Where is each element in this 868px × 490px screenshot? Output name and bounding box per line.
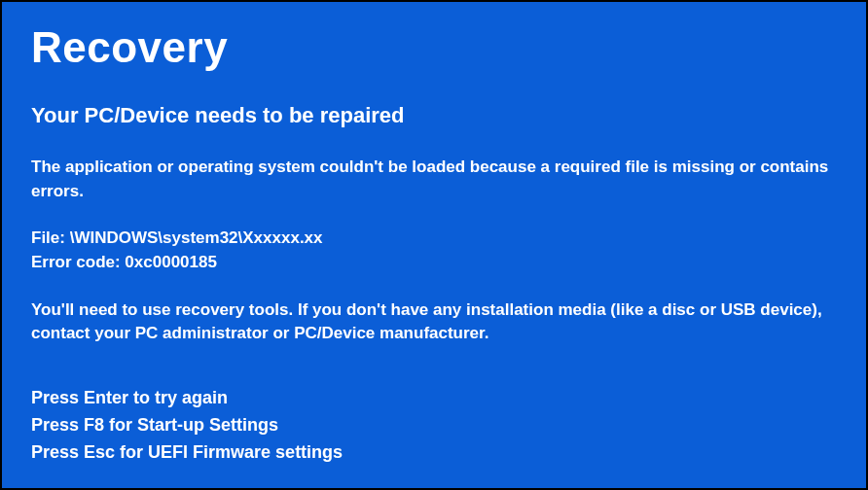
error-message: The application or operating system coul…: [31, 156, 829, 203]
file-path: \WINDOWS\system32\Xxxxxx.xx: [70, 228, 323, 247]
recovery-title: Recovery: [31, 23, 837, 72]
recovery-instruction: You'll need to use recovery tools. If yo…: [31, 298, 837, 346]
error-code: 0xc0000185: [125, 253, 217, 271]
file-line: File: \WINDOWS\system32\Xxxxxx.xx: [31, 227, 837, 251]
action-f8: Press F8 for Start-up Settings: [31, 412, 837, 439]
recovery-subtitle: Your PC/Device needs to be repaired: [31, 103, 837, 128]
error-code-line: Error code: 0xc0000185: [31, 251, 837, 275]
error-label: Error code:: [31, 253, 125, 271]
file-label: File:: [31, 228, 70, 247]
action-esc: Press Esc for UEFI Firmware settings: [31, 439, 837, 467]
action-enter: Press Enter to try again: [31, 385, 837, 412]
